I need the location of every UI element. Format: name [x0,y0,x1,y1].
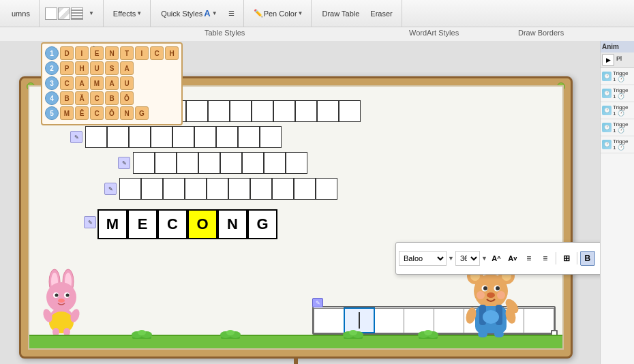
edit-cell-3[interactable] [374,308,404,333]
word-O-yellow[interactable]: O [187,209,217,239]
cell-3-6[interactable] [242,152,264,174]
cell-3-4[interactable] [198,152,220,174]
quick-styles-section: Quick Styles A ▼ ☰ [152,0,243,27]
cell-2-6[interactable] [194,126,216,148]
cell-4-10[interactable] [316,178,337,200]
cell-1-9[interactable] [273,100,295,122]
tile-M1: M [90,76,104,90]
cell-4-8[interactable] [272,178,294,200]
cell-2-8[interactable] [238,126,260,148]
cell-4-5[interactable] [207,178,228,200]
table-handle[interactable]: ✎ [312,298,323,307]
effects-dropdown-arrow: ▼ [136,10,142,16]
tile-G: G [135,106,149,120]
mecong-word-row: M E C O N G [97,209,277,239]
cell-2-7[interactable] [216,126,238,148]
font-name-arrow: ▼ [448,255,454,262]
cell-2-3[interactable] [129,126,151,148]
tile-C3: C [90,91,104,105]
main-content-area: 1 D I Ê N T I C H 2 P H U S A 3 C A M A [0,41,600,364]
word-M[interactable]: M [97,209,127,239]
cell-4-6[interactable] [228,178,250,200]
svg-point-11 [349,330,357,335]
cell-2-9[interactable] [260,126,282,148]
cell-4-9[interactable] [294,178,316,200]
tile-N2: N [120,106,134,120]
cell-3-1[interactable] [133,152,155,174]
svg-point-39 [483,286,487,290]
cell-1-7[interactable] [230,100,252,122]
cell-3-7[interactable] [264,152,286,174]
transform-button[interactable]: ⊞ [559,251,574,266]
edit-cell-1[interactable] [314,308,344,333]
list-button-2[interactable]: ≡ [538,251,553,266]
font-grow-button[interactable]: A^ [489,251,504,266]
svg-point-27 [49,312,74,333]
cell-2-4[interactable] [151,126,172,148]
preview-row-3: 3 C A M A U [45,76,179,90]
cell-3-3[interactable] [177,152,198,174]
preview-num-1: 1 [45,46,59,60]
word-G[interactable]: G [247,209,277,239]
format-toolbar: Baloo ▼ 36 ▼ A^ Av ≡ ≡ ⊞ B I U ≡ ⋮ A A ✨… [395,242,600,275]
edit-cell-5[interactable] [434,308,464,333]
effects-button[interactable]: Effects ▼ [109,7,146,20]
cell-2-1[interactable] [85,126,107,148]
font-shrink-button[interactable]: Av [505,251,520,266]
eraser-button[interactable]: Eraser [365,7,397,20]
draw-table-button[interactable]: Draw Table [317,7,364,20]
cell-1-12[interactable] [339,100,361,122]
cell-1-10[interactable] [295,100,317,122]
italic-button[interactable]: I [597,251,600,266]
draw-table-label: Draw Table [322,10,359,18]
cell-2-5[interactable] [172,126,194,148]
cell-1-8[interactable] [252,100,273,122]
word-N[interactable]: N [217,209,247,239]
trigger-row-4: 🕐 Trigge 1 🕐 [601,119,634,136]
svg-point-36 [474,274,508,308]
font-name-select[interactable]: Baloo [399,251,447,266]
play-button[interactable]: ▶ [602,54,614,66]
pattern-3[interactable] [71,7,83,20]
cell-4-1[interactable] [119,178,141,200]
cell-3-2[interactable] [155,152,177,174]
trigger-icon-2: 🕐 [602,89,612,98]
bold-button[interactable]: B [580,251,595,266]
quick-styles-button[interactable]: Quick Styles A ▼ [156,6,222,20]
word-E[interactable]: E [127,209,157,239]
cell-1-11[interactable] [317,100,339,122]
pattern-1[interactable] [45,7,57,20]
quick-styles-arrow: ▼ [212,10,217,16]
grid-row-2: ✎ [70,126,282,148]
columns-button[interactable]: umns [7,7,35,20]
cell-2-2[interactable] [107,126,129,148]
cell-4-2[interactable] [141,178,163,200]
cell-4-3[interactable] [163,178,185,200]
animation-panel-title: Anim [601,41,634,52]
cell-4-4[interactable] [185,178,207,200]
svg-rect-51 [494,331,504,337]
list-button-1[interactable]: ≡ [522,251,537,266]
grid-cells-4 [119,178,337,200]
table-styles-dropdown[interactable]: ▼ [84,8,99,18]
cell-3-8[interactable] [286,152,307,174]
board-stand-center [294,357,298,364]
trigger-num-3: 1 🕐 [613,110,628,117]
svg-point-40 [496,286,500,290]
font-size-select[interactable]: 36 [455,251,480,266]
pen-color-button[interactable]: ✏️ Pen Color ▼ [250,7,307,20]
word-C[interactable]: C [157,209,187,239]
cell-4-7[interactable] [250,178,272,200]
cell-1-6[interactable] [208,100,230,122]
pattern-2[interactable] [58,7,70,20]
wordart-options-button[interactable]: ☰ [224,7,239,19]
edit-cell-8[interactable] [524,308,554,333]
cell-3-5[interactable] [220,152,242,174]
cell-1-5[interactable] [186,100,208,122]
tile-T: T [120,46,134,60]
trigger-icon-4: 🕐 [602,123,612,132]
row-icon-5: ✎ [84,216,96,228]
svg-point-25 [58,299,65,303]
crossword-preview: 1 D I Ê N T I C H 2 P H U S A 3 C A M A [41,42,183,125]
trigger-num-4: 1 🕐 [613,127,628,134]
